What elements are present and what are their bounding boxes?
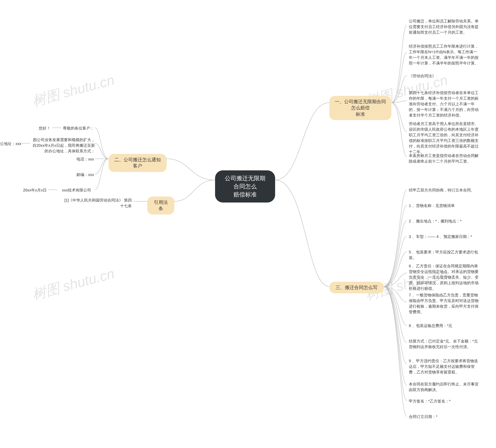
leaf-three-m: 合同订立日期：* bbox=[409, 414, 437, 419]
branch-four[interactable]: 引用法条 bbox=[147, 196, 174, 214]
leaf-three-l: 甲方签名：*乙方签名：* bbox=[409, 398, 451, 404]
branch-one-label: 一、公司搬迁无限期合同怎么赔偿 标准 bbox=[334, 99, 386, 117]
leaf-one-a: 公司搬迁，单位和员工解除劳动关系。单位需要支付员工经济补偿另外因为没有提前通知而… bbox=[409, 18, 479, 35]
leaf-three-c: 2 、搬出地点：*，搬到地点：* bbox=[409, 218, 462, 224]
watermark: 树图 shutu.cn bbox=[30, 71, 116, 111]
branch-two-label: 二、公司搬迁怎么通知客户 bbox=[113, 157, 162, 169]
leaf-three-d: 3 、车型：—— 4 、预定搬家日期：* bbox=[409, 234, 472, 239]
leaf-one-c: 《劳动合同法》 bbox=[409, 73, 436, 79]
leaf-two-d: 邮编：xxx bbox=[76, 172, 95, 178]
branch-three[interactable]: 三、搬迁合同怎么写 bbox=[329, 282, 384, 293]
branch-four-label: 引用法条 bbox=[152, 199, 169, 212]
leaf-three-j: 9 、甲方违约责任：乙方按要求将货物送达后，甲方如不足额支付运输费和保管费，乙方… bbox=[409, 358, 479, 375]
leaf-two-b-left: 新办公地址：xxx bbox=[0, 141, 21, 147]
leaf-one-b: 经济补偿按照员工工作年限来进行计算，工作年限在N+1中由N表示。每工作满一年一个… bbox=[409, 44, 479, 66]
branch-one[interactable]: 一、公司搬迁无限期合同怎么赔偿 标准 bbox=[329, 96, 391, 120]
leaf-one-f: 本条所称月工资是指劳动者在劳动合同解除或者终止前十二个月的平均工资。 bbox=[409, 153, 479, 164]
root-title: 公司搬迁无限期合同怎么 赔偿标准 bbox=[223, 174, 267, 199]
leaf-four-a: [1]《中华人民共和国劳动合同法》 第四十七条 bbox=[62, 197, 132, 209]
leaf-three-e: 5 、包装要求：甲方应按乙方要求进行包装。 bbox=[409, 249, 479, 261]
leaf-three-b: 1 、货物名称：见货物清单 bbox=[409, 203, 455, 209]
leaf-two-a-right: 尊敬的各位客户： bbox=[62, 125, 95, 131]
leaf-three-i: 结算方式：已付定金*元。余下金额：*元货物到达并验收完好后一次性付清。 bbox=[409, 338, 479, 350]
root-node[interactable]: 公司搬迁无限期合同怎么 赔偿标准 bbox=[215, 170, 275, 203]
leaf-two-c: 电话：xxx bbox=[76, 156, 95, 162]
branch-three-label: 三、搬迁合同怎么写 bbox=[336, 284, 377, 291]
leaf-three-f: 6 、乙方责任：保证在合同规定期限内将货物安全运抵指定地点。对承运的货物要负责安… bbox=[409, 263, 479, 291]
leaf-two-b-right: 因公司业务发展需要和规模的扩大，自20xx年x月x日起，我司将搬迁至新的办公地址… bbox=[31, 137, 95, 154]
leaf-three-h: 8 、包装运输总费用：*元 bbox=[409, 323, 452, 329]
leaf-three-g: 7 、一般货物保险由乙方负责，贵重货物保险由甲方负责。甲方应及时对送达货物进行检… bbox=[409, 292, 479, 315]
leaf-two-a-left: 您好！ bbox=[37, 125, 52, 131]
branch-two[interactable]: 二、公司搬迁怎么通知客户 bbox=[108, 154, 167, 172]
leaf-two-e-left: 20xx年x月x日 bbox=[21, 187, 48, 193]
leaf-three-a: 经甲乙双方共同协商，特订立本合同。 bbox=[409, 187, 475, 193]
leaf-three-k: 本合同在双方履约后即行终止。未尽事宜由双方协商解决。 bbox=[409, 381, 479, 393]
leaf-one-e: 劳动者月工资高于用人单位所在直辖市、设区的市级人民政府公布的本地区上年度职工月平… bbox=[409, 121, 479, 155]
watermark: 树图 shutu.cn bbox=[30, 264, 116, 304]
leaf-two-e-right: xxx技术有限公司 bbox=[58, 187, 95, 193]
leaf-one-d: 第四十七条经济补偿按劳动者在本单位工作的年限，每满一年支付一个月工资的标准向劳动… bbox=[409, 90, 479, 118]
